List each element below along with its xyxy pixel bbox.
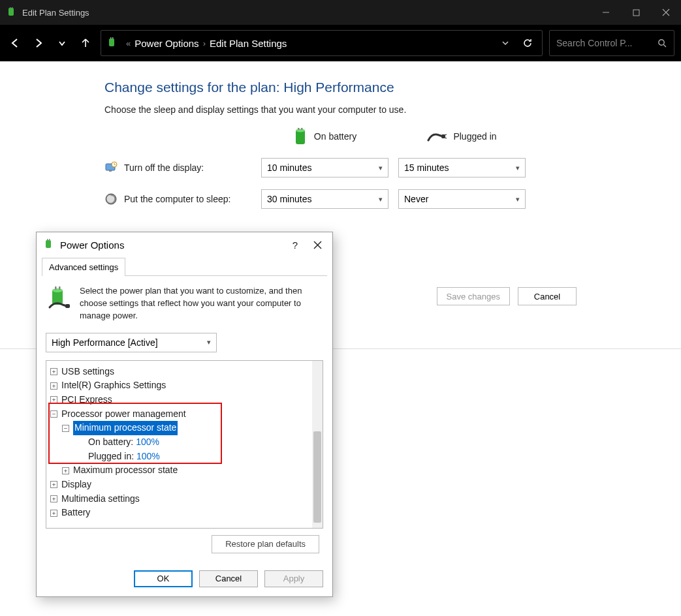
search-placeholder: Search Control P...: [556, 38, 657, 48]
chevron-down-icon: ▾: [516, 164, 520, 172]
apply-button[interactable]: Apply: [264, 570, 323, 587]
expand-icon[interactable]: +: [50, 368, 57, 375]
window-minimize-button[interactable]: [591, 0, 621, 25]
power-plan-value: High Performance [Active]: [52, 337, 158, 348]
settings-tree[interactable]: +USB settings +Intel(R) Graphics Setting…: [46, 360, 323, 529]
svg-rect-4: [633, 10, 639, 16]
expand-icon[interactable]: +: [50, 495, 57, 502]
sleep-plugged-combo[interactable]: Never ▾: [398, 189, 526, 209]
breadcrumb-prev-icon[interactable]: «: [126, 38, 131, 48]
tree-node-max-processor-state[interactable]: +Maximum processor state: [50, 463, 321, 478]
nav-back-button[interactable]: [7, 35, 24, 52]
power-options-dialog: Power Options ? Advanced settings Select…: [36, 232, 333, 597]
window-title: Edit Plan Settings: [22, 8, 89, 18]
svg-rect-25: [49, 239, 50, 241]
tree-node-multimedia[interactable]: +Multimedia settings: [50, 492, 321, 506]
dialog-cancel-button[interactable]: Cancel: [199, 570, 258, 587]
breadcrumb-separator-icon: ›: [203, 38, 206, 48]
expand-icon[interactable]: +: [50, 481, 57, 488]
collapse-icon[interactable]: −: [50, 410, 57, 418]
chevron-down-icon: ▾: [207, 338, 211, 346]
dialog-close-button[interactable]: [306, 241, 328, 249]
tree-scrollbar[interactable]: [312, 361, 323, 528]
display-battery-combo[interactable]: 10 minutes ▾: [261, 158, 388, 177]
dialog-button-row: OK Cancel Apply: [37, 560, 332, 596]
tab-advanced-settings[interactable]: Advanced settings: [42, 258, 125, 276]
display-plugged-combo[interactable]: 15 minutes ▾: [398, 158, 526, 177]
chevron-down-icon: ▾: [379, 164, 383, 172]
chevron-down-icon: ▾: [379, 195, 383, 204]
tree-scrollbar-thumb[interactable]: [313, 431, 321, 523]
dialog-titlebar: Power Options ?: [37, 232, 332, 257]
cancel-button[interactable]: Cancel: [518, 287, 577, 305]
row-label-display: Turn off the display:: [104, 161, 251, 174]
dialog-title: Power Options: [60, 239, 284, 251]
page-subtext: Choose the sleep and display settings th…: [104, 104, 681, 115]
window-close-button[interactable]: [651, 0, 681, 25]
expand-icon[interactable]: +: [50, 382, 57, 390]
save-changes-button[interactable]: Save changes: [437, 287, 510, 305]
app-icon: [7, 7, 17, 18]
svg-rect-24: [47, 239, 48, 241]
svg-line-18: [445, 138, 447, 138]
display-battery-value: 10 minutes: [267, 162, 311, 173]
refresh-button[interactable]: [518, 38, 537, 48]
address-icon: [106, 37, 118, 49]
ok-button[interactable]: OK: [134, 570, 193, 587]
address-dropdown-button[interactable]: [496, 39, 515, 47]
tree-value-plugged-in[interactable]: Plugged in: 100%: [50, 450, 321, 464]
address-bar[interactable]: « Power Options › Edit Plan Settings: [101, 30, 543, 56]
dialog-tabs: Advanced settings: [42, 257, 327, 276]
power-plan-icon: [46, 285, 72, 311]
collapse-icon[interactable]: −: [62, 425, 69, 432]
tree-node-display[interactable]: +Display: [50, 478, 321, 492]
search-box[interactable]: Search Control P...: [549, 30, 674, 56]
expand-icon[interactable]: +: [62, 467, 69, 474]
svg-rect-2: [12, 7, 13, 8]
power-plan-combo[interactable]: High Performance [Active] ▾: [46, 333, 217, 352]
svg-point-10: [659, 39, 664, 44]
display-plugged-value: 15 minutes: [404, 162, 449, 173]
svg-rect-0: [8, 8, 14, 16]
chevron-down-icon: ▾: [516, 195, 520, 204]
breadcrumb-item-edit-plan[interactable]: Edit Plan Settings: [210, 38, 287, 49]
window-maximize-button[interactable]: [621, 0, 651, 25]
row-label-sleep-text: Put the computer to sleep:: [124, 194, 230, 204]
tree-node-pci-express[interactable]: +PCI Express: [50, 393, 321, 407]
tree-node-min-processor-state[interactable]: −Minimum processor state: [50, 421, 321, 435]
dialog-intro-text: Select the power plan that you want to c…: [80, 285, 323, 322]
nav-forward-button[interactable]: [30, 35, 47, 52]
expand-icon[interactable]: +: [50, 510, 57, 517]
tree-node-intel-graphics[interactable]: +Intel(R) Graphics Settings: [50, 378, 321, 393]
svg-rect-14: [298, 128, 300, 130]
expand-icon[interactable]: +: [50, 396, 57, 403]
svg-rect-31: [59, 286, 61, 290]
svg-line-17: [445, 134, 447, 135]
dialog-help-button[interactable]: ?: [284, 239, 306, 251]
restore-defaults-button[interactable]: Restore plan defaults: [212, 535, 319, 553]
column-header-battery-label: On battery: [314, 131, 356, 142]
column-header-plugged: Plugged in: [398, 130, 526, 143]
svg-rect-9: [112, 37, 114, 39]
svg-rect-8: [110, 37, 112, 39]
nav-recent-button[interactable]: [54, 35, 71, 52]
search-icon: [657, 38, 667, 48]
column-header-battery: On battery: [261, 127, 388, 146]
plug-icon: [427, 130, 447, 143]
svg-rect-20: [109, 170, 112, 172]
tree-value-on-battery[interactable]: On battery: 100%: [50, 435, 321, 450]
tree-node-processor-power[interactable]: −Processor power management: [50, 407, 321, 422]
svg-point-13: [296, 129, 305, 132]
svg-rect-1: [10, 7, 11, 8]
tree-node-usb[interactable]: +USB settings: [50, 365, 321, 379]
nav-up-button[interactable]: [77, 35, 94, 52]
svg-line-11: [663, 44, 666, 47]
breadcrumb-item-power-options[interactable]: Power Options: [135, 38, 198, 49]
sleep-battery-combo[interactable]: 30 minutes ▾: [261, 189, 388, 209]
nav-toolbar: « Power Options › Edit Plan Settings Sea…: [0, 25, 681, 61]
battery-icon: [293, 127, 308, 146]
page-title: Change settings for the plan: High Perfo…: [104, 80, 681, 95]
svg-rect-30: [55, 286, 57, 290]
tree-node-battery[interactable]: +Battery: [50, 506, 321, 520]
display-icon: [104, 161, 118, 174]
